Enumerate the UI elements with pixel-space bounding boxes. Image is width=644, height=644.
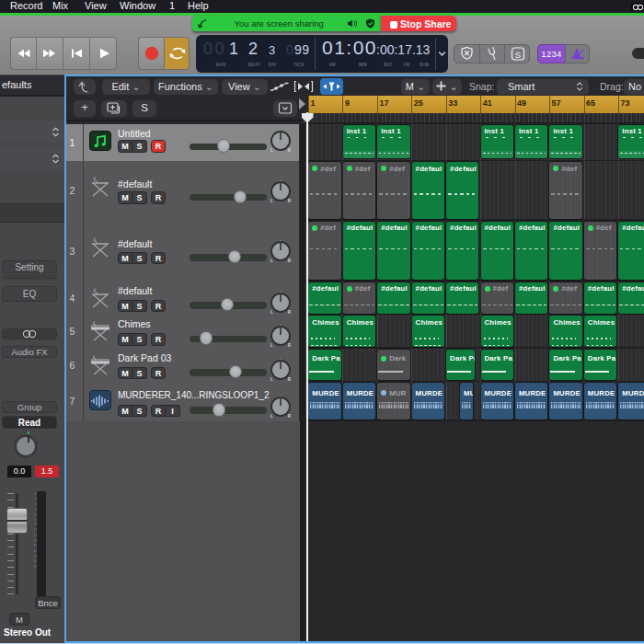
svg-text:S: S [515, 49, 521, 59]
